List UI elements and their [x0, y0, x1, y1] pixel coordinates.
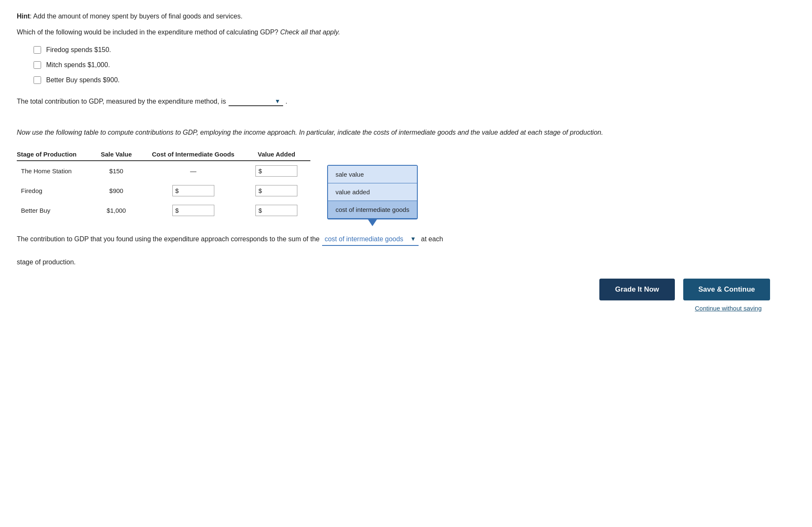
tooltip-item-cost-intermediate[interactable]: cost of intermediate goods: [328, 201, 417, 219]
gdp-dropdown-container[interactable]: $900 $1,000 $150 $1,150 ▼: [229, 97, 283, 106]
stage-betterbuy: Better Buy: [17, 201, 97, 220]
value-added-firedog-input-wrap[interactable]: $: [255, 185, 297, 196]
th-cost-intermediate: Cost of Intermediate Goods: [144, 148, 251, 161]
sale-value-firedog: $900: [97, 181, 144, 201]
sale-value-home: $150: [97, 161, 144, 181]
grade-button[interactable]: Grade It Now: [599, 279, 675, 300]
income-approach-text: Now use the following table to compute c…: [17, 127, 795, 138]
checkbox-label-firedog: Firedog spends $150.: [46, 46, 111, 54]
checkbox-label-betterbuy: Better Buy spends $900.: [46, 76, 120, 84]
th-stage: Stage of Production: [17, 148, 97, 161]
sale-value-betterbuy: $1,000: [97, 201, 144, 220]
save-button[interactable]: Save & Continue: [683, 279, 770, 300]
contribution-dropdown-container[interactable]: cost of intermediate goods sale value va…: [322, 233, 419, 246]
checkbox-mitch[interactable]: [34, 61, 41, 69]
checkbox-firedog[interactable]: [34, 46, 41, 54]
cost-firedog[interactable]: $: [144, 181, 251, 201]
checkbox-item-firedog[interactable]: Firedog spends $150.: [34, 46, 795, 54]
checkbox-label-mitch: Mitch spends $1,000.: [46, 61, 110, 69]
table-row: The Home Station $150 — $: [17, 161, 310, 181]
contribution-dropdown[interactable]: cost of intermediate goods sale value va…: [325, 235, 409, 243]
production-table: Stage of Production Sale Value Cost of I…: [17, 148, 310, 220]
value-added-home-input-wrap[interactable]: $: [255, 165, 297, 177]
value-added-betterbuy-input[interactable]: [262, 207, 291, 214]
checkbox-group: Firedog spends $150. Mitch spends $1,000…: [34, 46, 795, 84]
cost-home-dash: —: [144, 161, 251, 181]
value-added-home-input[interactable]: [262, 167, 291, 175]
cost-betterbuy[interactable]: $: [144, 201, 251, 220]
tooltip-item-sale-value[interactable]: sale value: [328, 166, 417, 183]
value-added-betterbuy-input-wrap[interactable]: $: [255, 205, 297, 216]
contribution-sentence-line2: stage of production.: [17, 258, 795, 266]
th-sale-value: Sale Value: [97, 148, 144, 161]
continue-without-saving-link[interactable]: Continue without saving: [17, 305, 795, 312]
stage-home-station: The Home Station: [17, 161, 97, 181]
gdp-sentence-after: .: [286, 98, 287, 105]
tooltip-arrow: [367, 219, 377, 226]
checkbox-item-betterbuy[interactable]: Better Buy spends $900.: [34, 76, 795, 84]
cost-firedog-input[interactable]: [179, 187, 208, 194]
contribution-after: at each: [421, 233, 443, 245]
value-added-home[interactable]: $: [251, 161, 310, 181]
tooltip-item-value-added[interactable]: value added: [328, 183, 417, 201]
contribution-sentence: The contribution to GDP that you found u…: [17, 233, 795, 246]
table-row: Better Buy $1,000 $ $: [17, 201, 310, 220]
table-and-tooltip-container: Stage of Production Sale Value Cost of I…: [17, 148, 795, 233]
contribution-before: The contribution to GDP that you found u…: [17, 233, 320, 245]
tooltip-popup[interactable]: sale value value added cost of intermedi…: [327, 165, 418, 219]
th-value-added: Value Added: [251, 148, 310, 161]
value-added-firedog-input[interactable]: [262, 187, 291, 194]
value-added-firedog[interactable]: $: [251, 181, 310, 201]
cost-betterbuy-input-wrap[interactable]: $: [172, 205, 214, 216]
checkbox-item-mitch[interactable]: Mitch spends $1,000.: [34, 61, 795, 69]
question1-text: Which of the following would be included…: [17, 29, 795, 36]
gdp-dropdown[interactable]: $900 $1,000 $150 $1,150: [231, 97, 273, 104]
gdp-sentence: The total contribution to GDP, measured …: [17, 97, 795, 106]
hint-text: Hint: Add the amount of money spent by b…: [17, 13, 795, 20]
checkbox-betterbuy[interactable]: [34, 76, 41, 84]
buttons-row: Grade It Now Save & Continue: [17, 279, 795, 300]
contribution-dropdown-arrow: ▼: [410, 234, 416, 244]
stage-firedog: Firedog: [17, 181, 97, 201]
cost-betterbuy-input[interactable]: [179, 207, 208, 214]
table-row: Firedog $900 $ $: [17, 181, 310, 201]
cost-firedog-input-wrap[interactable]: $: [172, 185, 214, 196]
hint-label: Hint: [17, 13, 30, 20]
gdp-sentence-before: The total contribution to GDP, measured …: [17, 98, 226, 105]
gdp-dropdown-arrow: ▼: [275, 98, 281, 104]
value-added-betterbuy[interactable]: $: [251, 201, 310, 220]
